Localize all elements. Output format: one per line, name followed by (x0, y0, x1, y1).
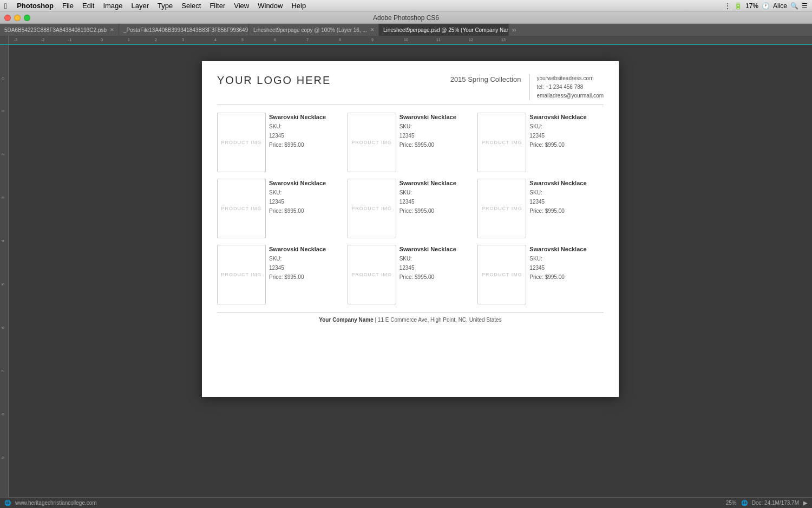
ruler-left-tick: 2 (1, 153, 5, 155)
battery-icon: 🔋 (734, 2, 742, 10)
product-img-label: PRODUCT IMG (221, 140, 262, 145)
product-image-0: PRODUCT IMG (217, 113, 266, 172)
ruler-tick: 12 (469, 38, 473, 42)
zoom-level: 25% (726, 500, 737, 506)
menu-window[interactable]: Window (253, 0, 287, 12)
product-name: Swarovski Necklace (529, 180, 604, 186)
product-name: Swarovski Necklace (400, 246, 474, 252)
product-info: SKU: 12345 Price: $995.00 (529, 122, 604, 149)
window-title: Adobe Photoshop CS6 (373, 14, 439, 22)
ruler-left-tick: 4 (1, 240, 5, 242)
tab-label: _PostaFile13A406B399341843B83F3F858F9936… (123, 27, 249, 33)
product-details-1: Swarovski Necklace SKU: 12345 Price: $99… (400, 113, 474, 172)
menu-select[interactable]: Select (177, 0, 205, 12)
product-name: Swarovski Necklace (529, 246, 604, 252)
maximize-button[interactable] (24, 15, 30, 21)
tab-0[interactable]: 5DA6B54223C888F3A8438408193C2.psb ✕ (0, 24, 119, 36)
ruler-tick: 5 (241, 38, 244, 42)
minimize-button[interactable] (14, 15, 21, 21)
menu-edit[interactable]: Edit (78, 0, 99, 12)
product-image-6: PRODUCT IMG (217, 245, 266, 304)
tab-3[interactable]: Linesheet9perpage.psd @ 25% (Your Compan… (379, 24, 509, 36)
ruler-top-row: -3 -2 -1 0 1 2 3 4 5 6 7 8 9 10 11 12 13 (0, 36, 812, 44)
product-img-label: PRODUCT IMG (482, 206, 522, 211)
close-button[interactable] (4, 15, 11, 21)
header-divider (217, 105, 604, 105)
list-item: PRODUCT IMG Swarovski Necklace SKU: 1234… (348, 113, 474, 172)
menu-view[interactable]: View (230, 0, 253, 12)
product-image-3: PRODUCT IMG (217, 179, 266, 238)
ruler-tick: 4 (214, 38, 217, 42)
tab-overflow-button[interactable]: ›› (509, 24, 519, 36)
product-name: Swarovski Necklace (269, 114, 343, 120)
product-details-7: Swarovski Necklace SKU: 12345 Price: $99… (400, 245, 474, 304)
ruler-left-tick: 7 (1, 370, 5, 372)
list-item: PRODUCT IMG Swarovski Necklace SKU: 1234… (348, 179, 474, 238)
ruler-top: -3 -2 -1 0 1 2 3 4 5 6 7 8 9 10 11 12 13 (9, 36, 812, 44)
product-img-label: PRODUCT IMG (351, 140, 392, 145)
product-image-4: PRODUCT IMG (348, 179, 396, 238)
product-details-4: Swarovski Necklace SKU: 12345 Price: $99… (400, 179, 474, 238)
ruler-corner (0, 36, 9, 44)
product-name: Swarovski Necklace (269, 180, 343, 186)
header-right: 2015 Spring Collection yourwebsiteadress… (450, 74, 604, 100)
list-item: PRODUCT IMG Swarovski Necklace SKU: 1234… (217, 245, 343, 304)
app-name[interactable]: Photoshop (12, 0, 58, 12)
menu-layer[interactable]: Layer (127, 0, 154, 12)
title-bar: Adobe Photoshop CS6 (0, 12, 812, 24)
canvas-main: YOUR LOGO HERE 2015 Spring Collection yo… (9, 45, 812, 497)
ruler-left-tick: 5 (1, 283, 5, 285)
apple-menu-icon[interactable]:  (4, 2, 7, 10)
menu-filter[interactable]: Filter (205, 0, 230, 12)
list-item: PRODUCT IMG Swarovski Necklace SKU: 1234… (348, 245, 474, 304)
product-img-label: PRODUCT IMG (482, 140, 522, 145)
product-details-6: Swarovski Necklace SKU: 12345 Price: $99… (269, 245, 343, 304)
menu-icon[interactable]: ☰ (802, 2, 808, 10)
ruler-tick: 11 (436, 38, 441, 42)
tab-label: 5DA6B54223C888F3A8438408193C2.psb (4, 27, 107, 33)
product-info: SKU: 12345 Price: $995.00 (269, 188, 343, 216)
product-info: SKU: 12345 Price: $995.00 (529, 188, 604, 216)
globe-icon: 🌐 (4, 500, 11, 506)
product-info: SKU: 12345 Price: $995.00 (400, 254, 474, 282)
window-controls (4, 15, 30, 21)
product-img-label: PRODUCT IMG (221, 272, 262, 277)
menu-type[interactable]: Type (153, 0, 177, 12)
product-image-1: PRODUCT IMG (348, 113, 396, 172)
tab-2[interactable]: Linesheet9perpage copy @ 100% (Layer 16,… (249, 24, 379, 36)
ruler-left-tick: 1 (1, 110, 5, 112)
tab-close-0[interactable]: ✕ (110, 27, 114, 32)
tab-label: Linesheet9perpage copy @ 100% (Layer 16,… (253, 27, 367, 33)
search-icon[interactable]: 🔍 (790, 2, 798, 10)
arrow-icon[interactable]: ▶ (803, 500, 808, 506)
menu-help[interactable]: Help (287, 0, 310, 12)
ruler-left-tick: 0 (1, 77, 5, 80)
tab-1[interactable]: _PostaFile13A406B399341843B83F3F858F9936… (119, 24, 249, 36)
ruler-tick: -1 (68, 38, 71, 42)
ruler-left-tick: 8 (1, 413, 5, 415)
tab-label: Linesheet9perpage.psd @ 25% (Your Compan… (383, 27, 509, 33)
tab-close-2[interactable]: ✕ (370, 27, 375, 32)
product-image-5: PRODUCT IMG (477, 179, 526, 238)
website: yourwebsiteadress.com (536, 74, 604, 83)
product-details-2: Swarovski Necklace SKU: 12345 Price: $99… (529, 113, 604, 172)
list-item: PRODUCT IMG Swarovski Necklace SKU: 1234… (477, 113, 604, 172)
ruler-tick: -3 (14, 38, 17, 42)
ruler-left-tick: 9 (1, 457, 5, 459)
product-img-label: PRODUCT IMG (482, 272, 522, 277)
list-item: PRODUCT IMG Swarovski Necklace SKU: 1234… (217, 179, 343, 238)
product-row-2: PRODUCT IMG Swarovski Necklace SKU: 1234… (217, 179, 604, 238)
menu-file[interactable]: File (58, 0, 78, 12)
status-bar: 🌐 www.heritagechristiancollege.com 25% 🌐… (0, 497, 812, 508)
product-name: Swarovski Necklace (400, 114, 474, 120)
product-name: Swarovski Necklace (269, 246, 343, 252)
logo: YOUR LOGO HERE (217, 74, 331, 87)
product-img-label: PRODUCT IMG (351, 206, 392, 211)
tel: tel: +1 234 456 788 (536, 83, 604, 92)
ruler-tick: 13 (501, 38, 506, 42)
document-page: YOUR LOGO HERE 2015 Spring Collection yo… (202, 61, 619, 397)
menu-image[interactable]: Image (99, 0, 127, 12)
product-details-3: Swarovski Necklace SKU: 12345 Price: $99… (269, 179, 343, 238)
user-name: Alice (773, 2, 787, 10)
list-item: PRODUCT IMG Swarovski Necklace SKU: 1234… (477, 245, 604, 304)
